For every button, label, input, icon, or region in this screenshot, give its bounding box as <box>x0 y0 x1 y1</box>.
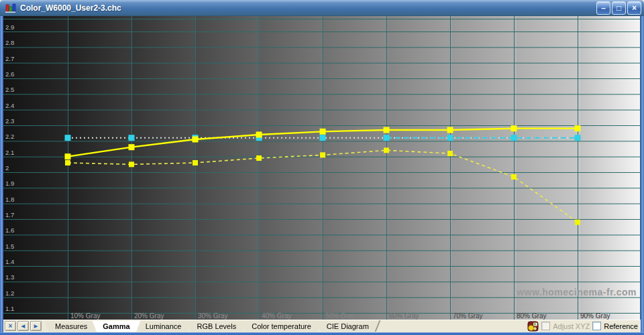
window-border-bottom <box>0 332 644 335</box>
colorimeter-icon <box>527 321 539 332</box>
svg-text:10% Gray: 10% Gray <box>70 312 100 320</box>
app-icon <box>5 3 16 13</box>
adjust-xyz-checkbox[interactable] <box>541 322 550 330</box>
minimize-button[interactable]: – <box>596 1 610 15</box>
svg-text:1.1: 1.1 <box>5 305 14 312</box>
svg-text:2.3: 2.3 <box>5 117 14 125</box>
tab-color-temperature[interactable]: Color temperature <box>241 321 322 332</box>
svg-text:20% Gray: 20% Gray <box>134 312 164 320</box>
svg-text:70% Gray: 70% Gray <box>453 312 482 320</box>
reference-checkbox[interactable] <box>592 322 601 330</box>
svg-text:2.9: 2.9 <box>5 23 14 31</box>
svg-text:50% Gray: 50% Gray <box>325 312 355 320</box>
maximize-button[interactable]: □ <box>612 1 626 15</box>
titlebar: Color_W6000_User2-3.chc – □ × <box>0 0 644 16</box>
window-border-right <box>641 16 644 332</box>
svg-text:2.2: 2.2 <box>5 133 14 140</box>
tab-next-button[interactable]: ▶ <box>30 321 42 331</box>
svg-text:1.5: 1.5 <box>5 243 14 250</box>
tab-prev-button[interactable]: ◀ <box>17 321 29 331</box>
svg-text:1.6: 1.6 <box>5 226 14 234</box>
svg-text:90% Gray: 90% Gray <box>580 312 610 320</box>
svg-text:1.4: 1.4 <box>5 258 14 265</box>
svg-text:1.3: 1.3 <box>5 273 14 281</box>
svg-text:40% Gray: 40% Gray <box>262 312 291 320</box>
tab-close-button[interactable]: × <box>5 321 16 331</box>
view-tabs: MeasuresGammaLuminanceRGB LevelsColor te… <box>44 321 380 332</box>
x-axis-labels: 10% Gray20% Gray30% Gray40% Gray50% Gray… <box>70 312 610 320</box>
watermark: www.homecinema-fr.com <box>516 287 637 297</box>
y-axis-labels: 2.92.82.72.62.52.42.32.22.121.91.81.71.6… <box>5 23 14 312</box>
gamma-chart-area: 2.92.82.72.62.52.42.32.22.121.91.81.71.6… <box>3 16 641 320</box>
window-title: Color_W6000_User2-3.chc <box>20 3 595 13</box>
tab-rgb-levels[interactable]: RGB Levels <box>186 321 247 332</box>
svg-text:2.6: 2.6 <box>5 70 14 78</box>
svg-text:2: 2 <box>5 164 9 172</box>
close-button[interactable]: × <box>627 1 641 15</box>
tab-nav: × ◀ ▶ <box>5 321 42 331</box>
statusbar: Adjust XYZ Reference <box>527 321 641 332</box>
tab-cie-diagram[interactable]: CIE Diagram <box>316 321 380 332</box>
svg-text:1.2: 1.2 <box>5 289 14 297</box>
adjust-xyz-label: Adjust XYZ <box>553 322 590 330</box>
series-reference <box>65 135 581 141</box>
svg-text:2.1: 2.1 <box>5 149 14 156</box>
tab-gamma[interactable]: Gamma <box>92 321 140 332</box>
svg-text:60% Gray: 60% Gray <box>389 312 419 320</box>
svg-text:2.7: 2.7 <box>5 55 14 62</box>
svg-text:1.7: 1.7 <box>5 211 14 218</box>
svg-text:80% Gray: 80% Gray <box>517 312 546 320</box>
tab-measures[interactable]: Measures <box>44 321 98 332</box>
svg-text:1.8: 1.8 <box>5 196 14 203</box>
app-window: Color_W6000_User2-3.chc – □ × 2.92.82.72… <box>0 0 644 335</box>
svg-text:2.8: 2.8 <box>5 39 14 46</box>
view-tabbar: × ◀ ▶ MeasuresGammaLuminanceRGB LevelsCo… <box>3 320 641 332</box>
tab-luminance[interactable]: Luminance <box>135 321 193 332</box>
reference-label: Reference <box>604 322 638 330</box>
svg-text:2.4: 2.4 <box>5 102 14 109</box>
svg-text:30% Gray: 30% Gray <box>198 312 227 320</box>
gamma-chart: 2.92.82.72.62.52.42.32.22.121.91.81.71.6… <box>3 16 641 320</box>
window-border-left <box>0 16 3 332</box>
svg-text:1.9: 1.9 <box>5 180 14 187</box>
grid <box>3 16 641 320</box>
svg-text:2.5: 2.5 <box>5 86 14 93</box>
